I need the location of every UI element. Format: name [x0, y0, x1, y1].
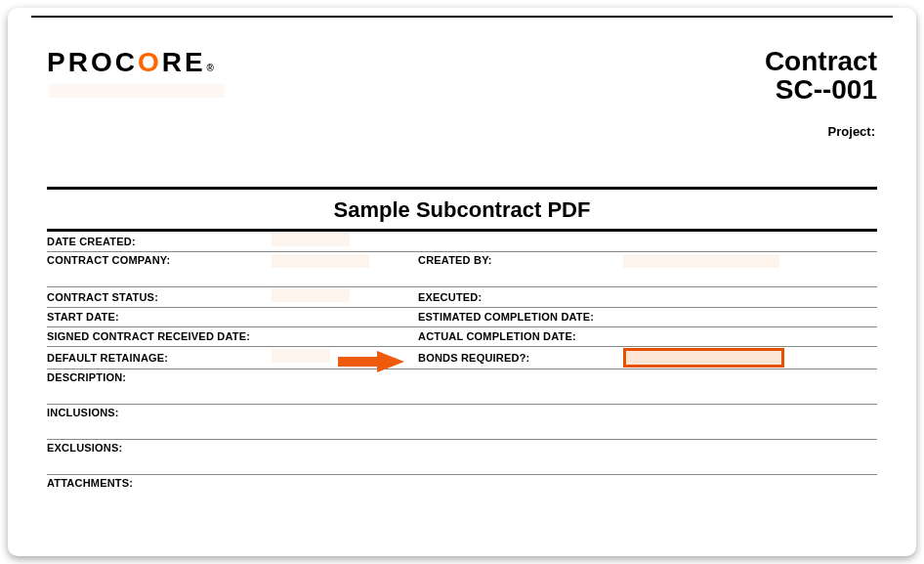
label-description: DESCRIPTION:: [47, 371, 126, 383]
arrow-annotation-icon: [338, 349, 406, 374]
label-bonds-required: BONDS REQUIRED?:: [418, 352, 623, 364]
document-page: PROCORE® Contract SC--001 Project: Sampl…: [8, 8, 916, 556]
label-contract-company: CONTRACT COMPANY:: [47, 254, 272, 266]
project-row: Project:: [47, 122, 875, 140]
redacted-value: [272, 349, 330, 363]
row-date-created: DATE CREATED:: [47, 232, 877, 252]
label-created-by: CREATED BY:: [418, 254, 623, 266]
value-bonds-required: [623, 348, 877, 368]
svg-marker-0: [338, 351, 404, 372]
project-label: Project:: [828, 124, 875, 139]
logo-text-post: RE: [162, 47, 206, 78]
fields-table: DATE CREATED: CONTRACT COMPANY: CREATED …: [47, 229, 877, 510]
logo-text-mid: C: [115, 47, 138, 78]
label-contract-status: CONTRACT STATUS:: [47, 291, 272, 303]
title-block: Contract SC--001: [765, 47, 877, 105]
row-inclusions: INCLUSIONS:: [47, 405, 877, 440]
contract-title: Contract: [765, 47, 877, 75]
row-contract-status: CONTRACT STATUS: EXECUTED:: [47, 287, 877, 308]
row-signed-received: SIGNED CONTRACT RECEIVED DATE: ACTUAL CO…: [47, 327, 877, 347]
document-body: PROCORE® Contract SC--001 Project: Sampl…: [8, 18, 916, 520]
document-title: Sample Subcontract PDF: [47, 190, 877, 229]
header-row: PROCORE® Contract SC--001: [47, 47, 877, 105]
logo-registered: ®: [207, 63, 214, 73]
redacted-value: [272, 288, 350, 302]
row-contract-company: CONTRACT COMPANY: CREATED BY:: [47, 252, 877, 287]
label-exclusions: EXCLUSIONS:: [47, 442, 122, 454]
label-inclusions: INCLUSIONS:: [47, 407, 119, 418]
label-executed: EXECUTED:: [418, 291, 623, 303]
highlight-box-annotation: [623, 348, 784, 368]
logo-text-o2: O: [138, 47, 162, 78]
label-estimated-completion: ESTIMATED COMPLETION DATE:: [418, 311, 623, 323]
value-contract-status: [272, 288, 418, 306]
label-actual-completion: ACTUAL COMPLETION DATE:: [418, 330, 623, 342]
value-created-by: [623, 254, 877, 272]
value-date-created: [272, 233, 418, 250]
label-signed-received: SIGNED CONTRACT RECEIVED DATE:: [47, 330, 272, 342]
label-bonds-required-text: BONDS REQUIRED?:: [418, 352, 529, 364]
logo-text-o1: O: [91, 47, 115, 78]
contract-number: SC--001: [765, 75, 877, 104]
row-description: DESCRIPTION:: [47, 369, 877, 405]
label-default-retainage: DEFAULT RETAINAGE:: [47, 352, 272, 364]
redacted-value: [272, 254, 369, 268]
redacted-value: [272, 233, 350, 246]
label-attachments: ATTACHMENTS:: [47, 477, 133, 489]
value-contract-company: [272, 254, 418, 272]
row-start-date: START DATE: ESTIMATED COMPLETION DATE:: [47, 308, 877, 327]
row-default-retainage: DEFAULT RETAINAGE: BONDS REQUIRED?:: [47, 347, 877, 369]
logo-text-pre: PR: [47, 47, 91, 78]
row-attachments: ATTACHMENTS:: [47, 475, 877, 510]
redacted-value: [623, 254, 779, 268]
logo-block: PROCORE®: [47, 47, 225, 98]
redacted-company-name: [49, 84, 225, 98]
label-start-date: START DATE:: [47, 311, 272, 323]
procore-logo: PROCORE®: [47, 47, 225, 78]
row-exclusions: EXCLUSIONS:: [47, 440, 877, 475]
label-date-created: DATE CREATED:: [47, 236, 272, 247]
